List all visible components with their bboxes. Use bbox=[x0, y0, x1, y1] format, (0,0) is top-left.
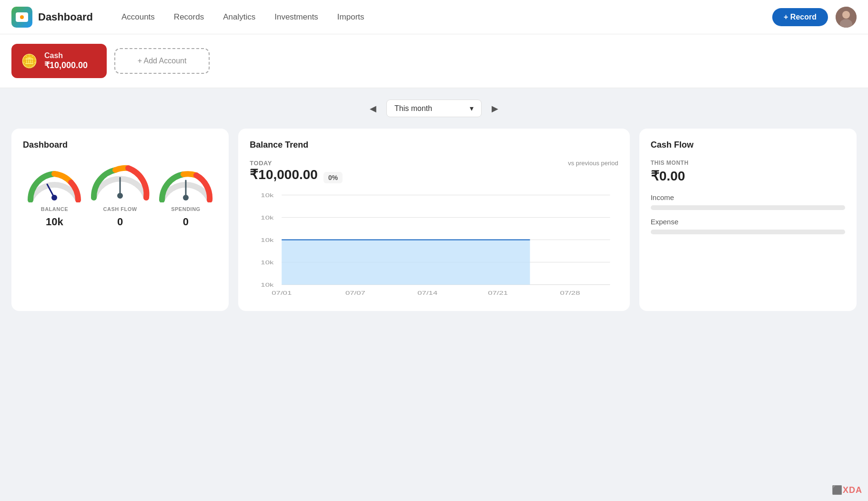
accounts-bar: 🪙 Cash ₹10,000.00 + Add Account bbox=[0, 34, 868, 88]
app-logo bbox=[11, 7, 32, 28]
add-account-button[interactable]: + Add Account bbox=[114, 48, 210, 74]
svg-text:10k: 10k bbox=[261, 260, 274, 265]
chevron-down-icon: ▾ bbox=[470, 104, 474, 113]
cashflow-gauge-value: 0 bbox=[117, 216, 123, 228]
trend-vs-label: vs previous period bbox=[568, 160, 618, 167]
nav-accounts[interactable]: Accounts bbox=[112, 9, 164, 26]
expense-bar bbox=[651, 230, 845, 234]
svg-point-4 bbox=[51, 195, 57, 200]
cash-flow-card: Cash Flow THIS MONTH ₹0.00 Income Expens… bbox=[639, 129, 857, 311]
balance-gauge-value: 10k bbox=[46, 216, 63, 228]
cash-account-amount: ₹10,000.00 bbox=[44, 60, 88, 70]
spending-gauge-label: SPENDING bbox=[171, 206, 200, 212]
svg-marker-19 bbox=[282, 240, 530, 285]
balance-gauge-label: BALANCE bbox=[41, 206, 68, 212]
period-label: This month bbox=[394, 104, 432, 113]
main-nav: Accounts Records Analytics Investments I… bbox=[112, 9, 772, 26]
svg-text:07/28: 07/28 bbox=[560, 290, 580, 296]
cash-account-name: Cash bbox=[44, 51, 88, 60]
record-button[interactable]: + Record bbox=[772, 8, 828, 26]
cashflow-gauge-label: CASH FLOW bbox=[103, 206, 137, 212]
svg-text:10k: 10k bbox=[261, 237, 274, 243]
today-label: TODAY bbox=[250, 160, 343, 167]
balance-gauge: BALANCE 10k bbox=[26, 164, 83, 228]
cash-flow-amount: ₹0.00 bbox=[651, 168, 845, 184]
period-dropdown[interactable]: This month ▾ bbox=[386, 100, 482, 117]
expense-section: Expense bbox=[651, 218, 845, 234]
income-bar bbox=[651, 205, 845, 210]
header-right: + Record bbox=[772, 7, 857, 28]
trend-pct: 0% bbox=[323, 172, 343, 183]
income-label: Income bbox=[651, 193, 845, 201]
svg-text:07/14: 07/14 bbox=[418, 290, 438, 296]
cashflow-gauge: CASH FLOW 0 bbox=[89, 160, 151, 228]
trend-amount: ₹10,000.00 bbox=[250, 167, 318, 182]
income-section: Income bbox=[651, 193, 845, 210]
cash-account-card[interactable]: 🪙 Cash ₹10,000.00 bbox=[11, 44, 107, 78]
nav-investments[interactable]: Investments bbox=[265, 9, 328, 26]
cash-icon: 🪙 bbox=[21, 53, 38, 69]
expense-label: Expense bbox=[651, 218, 845, 226]
period-prev-button[interactable]: ◀ bbox=[365, 101, 381, 116]
main-content: ◀ This month ▾ ▶ Dashboard bbox=[0, 88, 868, 322]
svg-text:07/01: 07/01 bbox=[272, 290, 292, 296]
dashboard-card: Dashboard bbox=[11, 129, 229, 311]
period-next-button[interactable]: ▶ bbox=[487, 101, 503, 116]
svg-point-6 bbox=[117, 193, 123, 199]
app-title: Dashboard bbox=[38, 11, 93, 23]
period-selector: ◀ This month ▾ ▶ bbox=[11, 100, 857, 117]
svg-text:10k: 10k bbox=[261, 192, 274, 198]
balance-trend-card: Balance Trend TODAY ₹10,000.00 0% vs pre… bbox=[238, 129, 629, 311]
balance-trend-chart: 10k 10k 10k 10k 10k 07/01 07/07 07/14 07… bbox=[250, 190, 618, 300]
svg-text:10k: 10k bbox=[261, 215, 274, 220]
svg-text:10k: 10k bbox=[261, 282, 274, 288]
avatar[interactable] bbox=[836, 7, 857, 28]
cards-row: Dashboard bbox=[11, 129, 857, 311]
cash-flow-month-label: THIS MONTH bbox=[651, 160, 845, 166]
balance-trend-title: Balance Trend bbox=[250, 140, 618, 150]
svg-point-1 bbox=[842, 11, 850, 19]
header: Dashboard Accounts Records Analytics Inv… bbox=[0, 0, 868, 34]
spending-gauge: SPENDING 0 bbox=[157, 164, 214, 228]
trend-header: TODAY ₹10,000.00 0% vs previous period bbox=[250, 160, 618, 188]
cash-flow-title: Cash Flow bbox=[651, 140, 845, 150]
nav-analytics[interactable]: Analytics bbox=[213, 9, 265, 26]
svg-point-8 bbox=[183, 195, 189, 200]
nav-imports[interactable]: Imports bbox=[328, 9, 374, 26]
spending-gauge-value: 0 bbox=[183, 216, 189, 228]
today-section: TODAY ₹10,000.00 0% bbox=[250, 160, 343, 188]
svg-text:07/21: 07/21 bbox=[488, 290, 508, 296]
dashboard-card-title: Dashboard bbox=[23, 140, 217, 150]
svg-text:07/07: 07/07 bbox=[345, 290, 365, 296]
gauges-row: BALANCE 10k CASH FLOW 0 bbox=[23, 160, 217, 228]
cash-account-info: Cash ₹10,000.00 bbox=[44, 51, 88, 70]
nav-records[interactable]: Records bbox=[164, 9, 213, 26]
